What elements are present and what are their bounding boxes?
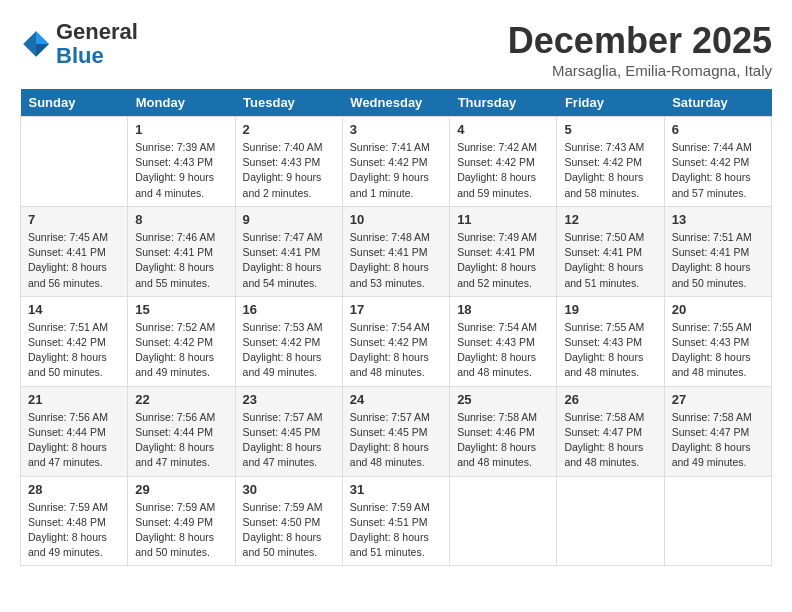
week-row-1: 1Sunrise: 7:39 AM Sunset: 4:43 PM Daylig… — [21, 117, 772, 207]
day-number: 25 — [457, 392, 549, 407]
day-info: Sunrise: 7:56 AM Sunset: 4:44 PM Dayligh… — [28, 410, 120, 471]
weekday-header-wednesday: Wednesday — [342, 89, 449, 117]
day-info: Sunrise: 7:58 AM Sunset: 4:47 PM Dayligh… — [564, 410, 656, 471]
day-number: 17 — [350, 302, 442, 317]
day-info: Sunrise: 7:52 AM Sunset: 4:42 PM Dayligh… — [135, 320, 227, 381]
calendar-cell: 21Sunrise: 7:56 AM Sunset: 4:44 PM Dayli… — [21, 386, 128, 476]
day-info: Sunrise: 7:54 AM Sunset: 4:43 PM Dayligh… — [457, 320, 549, 381]
calendar-cell: 25Sunrise: 7:58 AM Sunset: 4:46 PM Dayli… — [450, 386, 557, 476]
calendar-cell: 29Sunrise: 7:59 AM Sunset: 4:49 PM Dayli… — [128, 476, 235, 566]
day-number: 14 — [28, 302, 120, 317]
day-info: Sunrise: 7:54 AM Sunset: 4:42 PM Dayligh… — [350, 320, 442, 381]
svg-marker-1 — [36, 31, 49, 44]
calendar-cell: 26Sunrise: 7:58 AM Sunset: 4:47 PM Dayli… — [557, 386, 664, 476]
day-number: 30 — [243, 482, 335, 497]
day-info: Sunrise: 7:57 AM Sunset: 4:45 PM Dayligh… — [243, 410, 335, 471]
day-info: Sunrise: 7:47 AM Sunset: 4:41 PM Dayligh… — [243, 230, 335, 291]
month-title: December 2025 — [508, 20, 772, 62]
day-number: 20 — [672, 302, 764, 317]
day-number: 24 — [350, 392, 442, 407]
weekday-header-sunday: Sunday — [21, 89, 128, 117]
page-header: General Blue December 2025 Marsaglia, Em… — [20, 20, 772, 79]
day-info: Sunrise: 7:57 AM Sunset: 4:45 PM Dayligh… — [350, 410, 442, 471]
calendar-cell: 11Sunrise: 7:49 AM Sunset: 4:41 PM Dayli… — [450, 206, 557, 296]
day-info: Sunrise: 7:51 AM Sunset: 4:41 PM Dayligh… — [672, 230, 764, 291]
calendar-cell: 18Sunrise: 7:54 AM Sunset: 4:43 PM Dayli… — [450, 296, 557, 386]
calendar-cell: 9Sunrise: 7:47 AM Sunset: 4:41 PM Daylig… — [235, 206, 342, 296]
day-info: Sunrise: 7:41 AM Sunset: 4:42 PM Dayligh… — [350, 140, 442, 201]
calendar-cell: 5Sunrise: 7:43 AM Sunset: 4:42 PM Daylig… — [557, 117, 664, 207]
calendar-cell — [21, 117, 128, 207]
weekday-header-thursday: Thursday — [450, 89, 557, 117]
day-number: 8 — [135, 212, 227, 227]
day-number: 4 — [457, 122, 549, 137]
calendar-cell: 22Sunrise: 7:56 AM Sunset: 4:44 PM Dayli… — [128, 386, 235, 476]
day-info: Sunrise: 7:43 AM Sunset: 4:42 PM Dayligh… — [564, 140, 656, 201]
calendar-cell: 13Sunrise: 7:51 AM Sunset: 4:41 PM Dayli… — [664, 206, 771, 296]
calendar-cell: 2Sunrise: 7:40 AM Sunset: 4:43 PM Daylig… — [235, 117, 342, 207]
calendar-cell — [664, 476, 771, 566]
calendar-cell — [450, 476, 557, 566]
calendar-cell: 1Sunrise: 7:39 AM Sunset: 4:43 PM Daylig… — [128, 117, 235, 207]
calendar-cell — [557, 476, 664, 566]
calendar-cell: 16Sunrise: 7:53 AM Sunset: 4:42 PM Dayli… — [235, 296, 342, 386]
day-info: Sunrise: 7:40 AM Sunset: 4:43 PM Dayligh… — [243, 140, 335, 201]
calendar-cell: 23Sunrise: 7:57 AM Sunset: 4:45 PM Dayli… — [235, 386, 342, 476]
logo-text: General Blue — [56, 20, 138, 68]
day-number: 1 — [135, 122, 227, 137]
day-info: Sunrise: 7:55 AM Sunset: 4:43 PM Dayligh… — [564, 320, 656, 381]
day-info: Sunrise: 7:48 AM Sunset: 4:41 PM Dayligh… — [350, 230, 442, 291]
calendar-cell: 15Sunrise: 7:52 AM Sunset: 4:42 PM Dayli… — [128, 296, 235, 386]
day-number: 31 — [350, 482, 442, 497]
calendar-cell: 24Sunrise: 7:57 AM Sunset: 4:45 PM Dayli… — [342, 386, 449, 476]
day-number: 9 — [243, 212, 335, 227]
calendar-cell: 27Sunrise: 7:58 AM Sunset: 4:47 PM Dayli… — [664, 386, 771, 476]
day-info: Sunrise: 7:53 AM Sunset: 4:42 PM Dayligh… — [243, 320, 335, 381]
day-number: 3 — [350, 122, 442, 137]
day-number: 2 — [243, 122, 335, 137]
logo-icon — [20, 28, 52, 60]
calendar-cell: 3Sunrise: 7:41 AM Sunset: 4:42 PM Daylig… — [342, 117, 449, 207]
day-info: Sunrise: 7:59 AM Sunset: 4:51 PM Dayligh… — [350, 500, 442, 561]
calendar-cell: 4Sunrise: 7:42 AM Sunset: 4:42 PM Daylig… — [450, 117, 557, 207]
logo-general: General — [56, 19, 138, 44]
weekday-header-tuesday: Tuesday — [235, 89, 342, 117]
day-number: 19 — [564, 302, 656, 317]
logo: General Blue — [20, 20, 138, 68]
logo-blue: Blue — [56, 43, 104, 68]
calendar-table: SundayMondayTuesdayWednesdayThursdayFrid… — [20, 89, 772, 566]
day-number: 6 — [672, 122, 764, 137]
day-info: Sunrise: 7:59 AM Sunset: 4:48 PM Dayligh… — [28, 500, 120, 561]
day-number: 13 — [672, 212, 764, 227]
day-info: Sunrise: 7:45 AM Sunset: 4:41 PM Dayligh… — [28, 230, 120, 291]
day-number: 27 — [672, 392, 764, 407]
calendar-cell: 7Sunrise: 7:45 AM Sunset: 4:41 PM Daylig… — [21, 206, 128, 296]
day-number: 26 — [564, 392, 656, 407]
week-row-4: 21Sunrise: 7:56 AM Sunset: 4:44 PM Dayli… — [21, 386, 772, 476]
day-number: 15 — [135, 302, 227, 317]
day-info: Sunrise: 7:44 AM Sunset: 4:42 PM Dayligh… — [672, 140, 764, 201]
week-row-2: 7Sunrise: 7:45 AM Sunset: 4:41 PM Daylig… — [21, 206, 772, 296]
day-number: 28 — [28, 482, 120, 497]
calendar-cell: 31Sunrise: 7:59 AM Sunset: 4:51 PM Dayli… — [342, 476, 449, 566]
day-number: 12 — [564, 212, 656, 227]
day-info: Sunrise: 7:46 AM Sunset: 4:41 PM Dayligh… — [135, 230, 227, 291]
day-info: Sunrise: 7:39 AM Sunset: 4:43 PM Dayligh… — [135, 140, 227, 201]
day-info: Sunrise: 7:42 AM Sunset: 4:42 PM Dayligh… — [457, 140, 549, 201]
day-number: 29 — [135, 482, 227, 497]
calendar-cell: 20Sunrise: 7:55 AM Sunset: 4:43 PM Dayli… — [664, 296, 771, 386]
day-info: Sunrise: 7:50 AM Sunset: 4:41 PM Dayligh… — [564, 230, 656, 291]
weekday-header-row: SundayMondayTuesdayWednesdayThursdayFrid… — [21, 89, 772, 117]
day-number: 18 — [457, 302, 549, 317]
calendar-cell: 30Sunrise: 7:59 AM Sunset: 4:50 PM Dayli… — [235, 476, 342, 566]
day-number: 16 — [243, 302, 335, 317]
day-info: Sunrise: 7:58 AM Sunset: 4:46 PM Dayligh… — [457, 410, 549, 471]
week-row-3: 14Sunrise: 7:51 AM Sunset: 4:42 PM Dayli… — [21, 296, 772, 386]
weekday-header-friday: Friday — [557, 89, 664, 117]
day-info: Sunrise: 7:56 AM Sunset: 4:44 PM Dayligh… — [135, 410, 227, 471]
day-info: Sunrise: 7:59 AM Sunset: 4:50 PM Dayligh… — [243, 500, 335, 561]
day-number: 21 — [28, 392, 120, 407]
location: Marsaglia, Emilia-Romagna, Italy — [508, 62, 772, 79]
calendar-cell: 28Sunrise: 7:59 AM Sunset: 4:48 PM Dayli… — [21, 476, 128, 566]
calendar-cell: 6Sunrise: 7:44 AM Sunset: 4:42 PM Daylig… — [664, 117, 771, 207]
